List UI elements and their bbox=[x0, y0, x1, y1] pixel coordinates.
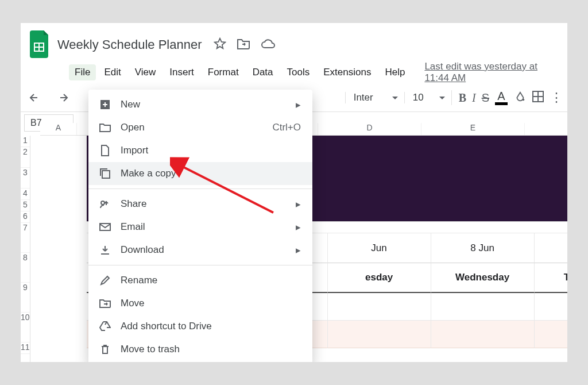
star-icon[interactable] bbox=[214, 37, 226, 52]
sheets-logo[interactable] bbox=[28, 30, 53, 60]
menu-format[interactable]: Format bbox=[202, 64, 245, 80]
download-icon bbox=[99, 245, 111, 255]
copy-icon bbox=[99, 168, 111, 179]
last-edit-link[interactable]: Last edit was yesterday at 11:44 AM bbox=[424, 61, 560, 84]
make-copy-label: Make a copy bbox=[121, 168, 176, 179]
borders-button[interactable] bbox=[532, 90, 544, 105]
row-9[interactable]: 9 bbox=[21, 283, 30, 313]
download-label: Download bbox=[121, 244, 164, 256]
row-1[interactable]: 1 bbox=[21, 136, 30, 147]
move-to-folder-icon[interactable] bbox=[237, 38, 250, 52]
day-F[interactable]: Thursday bbox=[535, 263, 567, 293]
share-label: Share bbox=[121, 198, 146, 210]
add-shortcut-label: Add shortcut to Drive bbox=[121, 321, 212, 332]
more-tools-icon[interactable]: ⋮ bbox=[550, 90, 563, 105]
rename-label: Rename bbox=[121, 275, 157, 286]
menu-edit[interactable]: Edit bbox=[98, 64, 126, 80]
menu-item-rename[interactable]: Rename bbox=[88, 269, 312, 292]
text-color-underline bbox=[495, 102, 508, 105]
move-icon bbox=[99, 299, 111, 308]
col-E[interactable]: E bbox=[421, 123, 525, 135]
col-A[interactable]: A bbox=[40, 123, 77, 135]
drive-shortcut-icon bbox=[99, 321, 111, 332]
pencil-icon bbox=[99, 275, 111, 286]
chevron-down-icon bbox=[392, 92, 399, 103]
col-F[interactable]: F bbox=[525, 123, 567, 135]
font-name-label: Inter bbox=[354, 92, 373, 103]
font-family-select[interactable]: Inter bbox=[345, 92, 399, 103]
share-icon bbox=[99, 199, 111, 209]
email-icon bbox=[99, 223, 111, 231]
chevron-down-icon bbox=[439, 92, 446, 103]
row-11[interactable]: 11 bbox=[21, 342, 30, 354]
menu-tools[interactable]: Tools bbox=[281, 64, 316, 80]
menu-item-download[interactable]: Download ▸ bbox=[88, 238, 312, 261]
menu-item-email[interactable]: Email ▸ bbox=[88, 215, 312, 238]
document-icon bbox=[99, 145, 111, 156]
email-label: Email bbox=[121, 221, 145, 233]
menu-item-trash[interactable]: Move to trash bbox=[88, 338, 312, 361]
menu-insert[interactable]: Insert bbox=[164, 64, 200, 80]
new-label: New bbox=[121, 99, 140, 110]
menu-item-add-shortcut[interactable]: Add shortcut to Drive bbox=[88, 315, 312, 338]
row-3[interactable]: 3 bbox=[21, 168, 30, 188]
row-6[interactable]: 6 bbox=[21, 211, 30, 223]
chevron-right-icon: ▸ bbox=[296, 221, 301, 233]
document-title[interactable]: Weekly Schedule Planner bbox=[57, 37, 202, 52]
text-color-button[interactable]: A bbox=[495, 91, 508, 105]
italic-button[interactable]: I bbox=[472, 91, 476, 105]
fill-color-button[interactable] bbox=[513, 90, 526, 105]
menu-bar: File Edit View Insert Format Data Tools … bbox=[21, 60, 567, 84]
row-8[interactable]: 8 bbox=[21, 253, 30, 283]
row-7[interactable]: 7 bbox=[21, 223, 30, 253]
day-D[interactable]: esday bbox=[328, 263, 431, 293]
day-E[interactable]: Wednesday bbox=[431, 263, 535, 293]
import-label: Import bbox=[121, 145, 148, 156]
menu-item-make-copy[interactable]: Make a copy bbox=[88, 162, 312, 185]
plus-square-icon bbox=[99, 99, 111, 110]
cloud-status-icon[interactable] bbox=[261, 38, 276, 51]
file-menu-popup: New ▸ Open Ctrl+O Import Make a copy bbox=[88, 90, 312, 362]
menu-extensions[interactable]: Extensions bbox=[318, 64, 377, 80]
date-F[interactable]: 9 Jun bbox=[535, 233, 567, 263]
menu-view[interactable]: View bbox=[129, 64, 162, 80]
redo-button[interactable] bbox=[52, 87, 72, 108]
menu-item-new[interactable]: New ▸ bbox=[88, 93, 312, 116]
menu-item-import[interactable]: Import bbox=[88, 139, 312, 162]
menu-data[interactable]: Data bbox=[247, 64, 279, 80]
row-2[interactable]: 2 bbox=[21, 147, 30, 168]
svg-rect-8 bbox=[102, 171, 110, 178]
app-frame: Weekly Schedule Planner File Edit View I… bbox=[21, 23, 567, 362]
bold-button[interactable]: B bbox=[459, 91, 466, 105]
date-E[interactable]: 8 Jun bbox=[431, 233, 535, 263]
row-headers: 1 2 3 4 5 6 7 8 9 10 11 bbox=[21, 136, 30, 362]
trash-label: Move to trash bbox=[121, 344, 180, 355]
menu-item-move[interactable]: Move bbox=[88, 292, 312, 315]
col-D[interactable]: D bbox=[318, 123, 421, 135]
row-4[interactable]: 4 bbox=[21, 188, 30, 200]
font-size-label: 10 bbox=[413, 92, 424, 103]
menu-file[interactable]: File bbox=[69, 64, 96, 80]
undo-button[interactable] bbox=[25, 87, 46, 108]
menu-item-share[interactable]: Share ▸ bbox=[88, 192, 312, 215]
menu-item-open[interactable]: Open Ctrl+O bbox=[88, 116, 312, 139]
svg-point-9 bbox=[101, 201, 105, 205]
title-bar: Weekly Schedule Planner bbox=[21, 23, 567, 60]
open-shortcut: Ctrl+O bbox=[272, 122, 301, 133]
open-label: Open bbox=[121, 122, 145, 133]
chevron-right-icon: ▸ bbox=[296, 99, 301, 111]
svg-point-3 bbox=[523, 99, 525, 101]
font-size-select[interactable]: 10 bbox=[404, 92, 446, 103]
row-5[interactable]: 5 bbox=[21, 200, 30, 211]
trash-icon bbox=[99, 344, 111, 355]
strikethrough-button[interactable]: S bbox=[482, 91, 489, 105]
chevron-right-icon: ▸ bbox=[296, 198, 301, 210]
date-D[interactable]: Jun bbox=[328, 233, 431, 263]
menu-help[interactable]: Help bbox=[379, 64, 411, 80]
folder-icon bbox=[99, 123, 111, 132]
move-label: Move bbox=[121, 298, 145, 309]
chevron-right-icon: ▸ bbox=[296, 244, 301, 256]
row-10[interactable]: 10 bbox=[21, 313, 30, 342]
